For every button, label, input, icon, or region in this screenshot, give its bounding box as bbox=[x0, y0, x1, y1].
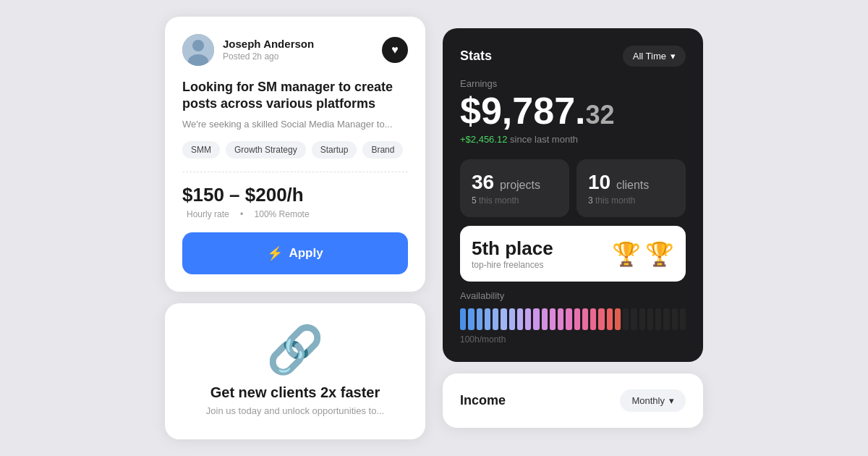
availability-bar bbox=[598, 308, 604, 330]
availability-bar bbox=[542, 308, 548, 330]
income-title: Income bbox=[460, 393, 506, 408]
availability-bar bbox=[509, 308, 515, 330]
rank-place: 5th place bbox=[472, 237, 553, 260]
projects-sub: 5 this month bbox=[472, 195, 558, 206]
availability-bar bbox=[558, 308, 563, 330]
availability-bar bbox=[590, 308, 596, 330]
monthly-button[interactable]: Monthly ▾ bbox=[620, 389, 686, 412]
availability-bar bbox=[607, 308, 613, 330]
earnings-amount: $9,787.32 bbox=[460, 92, 686, 130]
chevron-down-icon: ▾ bbox=[669, 395, 674, 406]
earnings-label: Earnings bbox=[460, 78, 686, 89]
tag-brand: Brand bbox=[362, 141, 403, 159]
user-info: Joseph Anderson Posted 2h ago bbox=[182, 34, 314, 66]
projects-stat: 36 projects 5 this month bbox=[460, 159, 569, 217]
posted-time: Posted 2h ago bbox=[223, 51, 314, 62]
availability-bar bbox=[655, 308, 661, 330]
availability-bar bbox=[631, 308, 637, 330]
rank-description: top-hire freelances bbox=[472, 260, 553, 270]
stats-header: Stats All Time ▾ bbox=[460, 46, 686, 67]
availability-sub: 100h/month bbox=[460, 334, 686, 345]
avatar bbox=[182, 34, 214, 66]
clients-stat: 10 clients 3 this month bbox=[576, 159, 686, 217]
trophy-icon-2: 🏆 bbox=[645, 240, 674, 268]
rank-info: 5th place top-hire freelances bbox=[472, 237, 553, 270]
availability-bar bbox=[663, 308, 669, 330]
job-description: We're seeking a skilled Social Media Man… bbox=[182, 118, 408, 131]
all-time-button[interactable]: All Time ▾ bbox=[623, 46, 686, 67]
trophy-icon-1: 🏆 bbox=[612, 240, 641, 268]
user-name: Joseph Anderson bbox=[223, 38, 314, 50]
job-card-header: Joseph Anderson Posted 2h ago ♥ bbox=[182, 34, 408, 66]
tag-smm: SMM bbox=[182, 141, 220, 159]
tag-growth: Growth Strategy bbox=[226, 141, 306, 159]
since-label: since last month bbox=[510, 134, 578, 145]
availability-bar bbox=[460, 308, 466, 330]
clients-sub-count: 3 bbox=[588, 195, 593, 206]
rate-detail: Hourly rate • 100% Remote bbox=[182, 209, 408, 219]
availability-bar bbox=[615, 308, 621, 330]
clients-title: Get new clients 2x faster bbox=[210, 384, 380, 401]
availability-bar bbox=[477, 308, 482, 330]
earnings-cents: 32 bbox=[586, 100, 615, 130]
rate-type: Hourly rate bbox=[187, 209, 229, 219]
availability-bar bbox=[574, 308, 580, 330]
availability-bar bbox=[468, 308, 474, 330]
all-time-label: All Time bbox=[633, 51, 666, 62]
remote-label: 100% Remote bbox=[255, 209, 310, 219]
projects-label: projects bbox=[500, 179, 540, 191]
availability-bars bbox=[460, 308, 686, 330]
income-card: Income Monthly ▾ bbox=[443, 373, 703, 428]
availability-bar bbox=[566, 308, 571, 330]
availability-bar bbox=[680, 308, 686, 330]
apply-button[interactable]: ⚡ Apply bbox=[182, 232, 408, 274]
availability-bar bbox=[623, 308, 629, 330]
rank-icons: 🏆 🏆 bbox=[612, 240, 674, 268]
tag-startup: Startup bbox=[312, 141, 357, 159]
availability-bar bbox=[533, 308, 539, 330]
rate: $150 – $200/h bbox=[182, 184, 408, 206]
availability-bar bbox=[485, 308, 490, 330]
divider bbox=[182, 172, 408, 172]
rank-card: 5th place top-hire freelances 🏆 🏆 bbox=[460, 226, 686, 282]
availability-label: Availability bbox=[460, 290, 686, 301]
chevron-down-icon: ▾ bbox=[671, 51, 676, 62]
availability-bar bbox=[672, 308, 678, 330]
job-card: Joseph Anderson Posted 2h ago ♥ Looking … bbox=[165, 17, 425, 292]
chain-icon: 🔗 bbox=[266, 326, 324, 373]
since-amount: +$2,456.12 bbox=[460, 134, 507, 145]
availability-bar bbox=[493, 308, 498, 330]
job-title: Looking for SM manager to create posts a… bbox=[182, 79, 408, 113]
clients-subtitle: Join us today and unlock opportunities t… bbox=[206, 405, 384, 416]
availability-bar bbox=[647, 308, 653, 330]
projects-count: 36 projects bbox=[472, 171, 558, 194]
availability-bar bbox=[639, 308, 645, 330]
clients-label: clients bbox=[616, 179, 649, 191]
earnings-main: $9,787. bbox=[460, 90, 586, 132]
user-details: Joseph Anderson Posted 2h ago bbox=[223, 38, 314, 62]
projects-sub-label: this month bbox=[479, 195, 519, 206]
heart-button[interactable]: ♥ bbox=[382, 37, 408, 63]
dot-separator: • bbox=[240, 209, 243, 219]
stats-grid: 36 projects 5 this month 10 clients 3 th… bbox=[460, 159, 686, 217]
availability-bar bbox=[525, 308, 531, 330]
apply-label: Apply bbox=[289, 246, 323, 261]
clients-count: 10 clients bbox=[588, 171, 674, 194]
availability-bar bbox=[550, 308, 556, 330]
availability-bar bbox=[517, 308, 523, 330]
tags-container: SMM Growth Strategy Startup Brand bbox=[182, 141, 408, 159]
projects-sub-count: 5 bbox=[472, 195, 477, 206]
bolt-icon: ⚡ bbox=[267, 245, 283, 261]
clients-sub-label: this month bbox=[595, 195, 635, 206]
svg-point-1 bbox=[192, 40, 204, 51]
stats-card: Stats All Time ▾ Earnings $9,787.32 +$2,… bbox=[443, 28, 703, 362]
monthly-label: Monthly bbox=[631, 395, 665, 406]
availability-bar bbox=[501, 308, 506, 330]
availability-bar bbox=[582, 308, 588, 330]
clients-card: 🔗 Get new clients 2x faster Join us toda… bbox=[165, 303, 425, 439]
stats-title: Stats bbox=[460, 48, 492, 64]
clients-sub: 3 this month bbox=[588, 195, 674, 206]
earnings-since: +$2,456.12 since last month bbox=[460, 134, 686, 145]
